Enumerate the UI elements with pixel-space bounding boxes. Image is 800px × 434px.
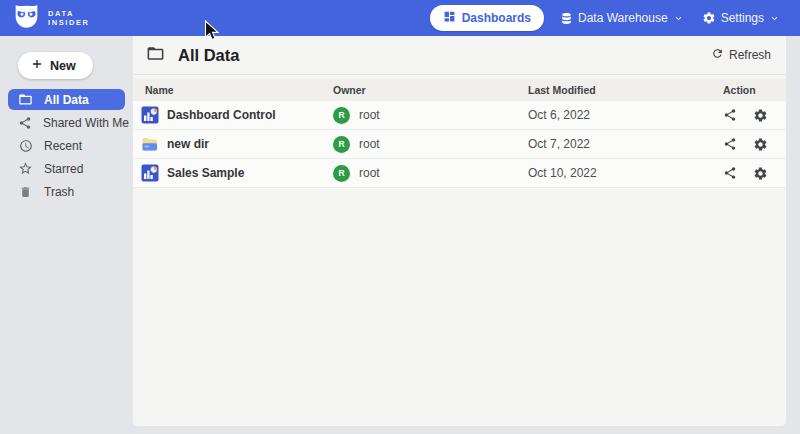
refresh-button[interactable]: Refresh [711, 47, 771, 63]
owner-avatar: R [333, 136, 350, 153]
share-action-icon[interactable] [723, 166, 737, 180]
clock-icon [18, 139, 33, 153]
settings-menu[interactable]: Settings [700, 7, 782, 29]
column-header-owner: Owner [333, 84, 528, 96]
sidebar-item-recent[interactable]: Recent [8, 135, 125, 156]
dashboards-button[interactable]: Dashboards [430, 5, 544, 31]
sidebar-item-label: All Data [44, 93, 89, 107]
last-modified-date: Oct 6, 2022 [528, 108, 723, 122]
trash-icon [18, 185, 33, 199]
gear-icon [702, 11, 716, 25]
settings-action-icon[interactable] [753, 137, 768, 152]
column-header-last-modified: Last Modified [528, 84, 723, 96]
sidebar-item-label: Starred [44, 162, 83, 176]
main-panel: All Data Refresh Name Owner Last Modifie… [133, 36, 786, 426]
refresh-label: Refresh [729, 48, 771, 62]
sidebar-item-label: Trash [44, 185, 74, 199]
share-action-icon[interactable] [723, 108, 737, 122]
dashboard-grid-icon [443, 10, 456, 26]
owner-name: root [359, 137, 380, 151]
page-titlebar: All Data Refresh [133, 36, 786, 75]
chart-file-icon [141, 106, 159, 124]
star-icon [18, 161, 33, 176]
sidebar-item-label: Shared With Me [43, 116, 129, 130]
settings-action-icon[interactable] [753, 166, 768, 181]
chevron-down-icon [769, 13, 780, 24]
column-header-action: Action [723, 84, 786, 96]
owl-logo-icon [13, 4, 40, 33]
logo-text-line2: INSIDER [48, 18, 90, 28]
sidebar: New All Data Shared With Me Recent Starr… [0, 36, 133, 434]
table-header: Name Owner Last Modified Action [133, 79, 786, 101]
sidebar-item-starred[interactable]: Starred [8, 158, 125, 179]
dashboards-label: Dashboards [462, 11, 531, 25]
last-modified-date: Oct 7, 2022 [528, 137, 723, 151]
owner-name: root [359, 108, 380, 122]
share-icon [18, 116, 32, 130]
owner-avatar: R [333, 107, 350, 124]
file-name: Sales Sample [167, 166, 244, 180]
folder-outline-icon [146, 44, 165, 67]
table-row[interactable]: Sales Sample R root Oct 10, 2022 [133, 159, 786, 188]
directory-icon [141, 135, 159, 153]
table-row[interactable]: new dir R root Oct 7, 2022 [133, 130, 786, 159]
sidebar-item-shared-with-me[interactable]: Shared With Me [8, 112, 125, 133]
table-row[interactable]: Dashboard Control R root Oct 6, 2022 [133, 101, 786, 130]
settings-action-icon[interactable] [753, 108, 768, 123]
header-nav: Dashboards Data Warehouse Settings [430, 5, 782, 31]
new-button-label: New [50, 59, 76, 73]
sidebar-item-label: Recent [44, 139, 82, 153]
chevron-down-icon [673, 13, 684, 24]
owner-avatar: R [333, 165, 350, 182]
sidebar-item-trash[interactable]: Trash [8, 181, 125, 202]
plus-icon [31, 58, 43, 73]
file-name: Dashboard Control [167, 108, 276, 122]
column-header-name: Name [145, 84, 333, 96]
app-logo: DATA INSIDER [13, 4, 90, 33]
logo-text-line1: DATA [48, 9, 90, 19]
data-warehouse-label: Data Warehouse [578, 11, 668, 25]
file-name: new dir [167, 137, 209, 151]
new-button[interactable]: New [18, 52, 93, 79]
share-action-icon[interactable] [723, 137, 737, 151]
owner-name: root [359, 166, 380, 180]
database-icon [560, 12, 573, 25]
sidebar-item-all-data[interactable]: All Data [8, 89, 125, 110]
app-header: DATA INSIDER Dashboards Data Warehouse [0, 0, 800, 36]
data-warehouse-menu[interactable]: Data Warehouse [558, 7, 686, 29]
chart-file-icon [141, 164, 159, 182]
refresh-icon [711, 47, 724, 63]
settings-label: Settings [721, 11, 764, 25]
last-modified-date: Oct 10, 2022 [528, 166, 723, 180]
folder-icon [18, 92, 33, 107]
page-title: All Data [178, 46, 239, 65]
